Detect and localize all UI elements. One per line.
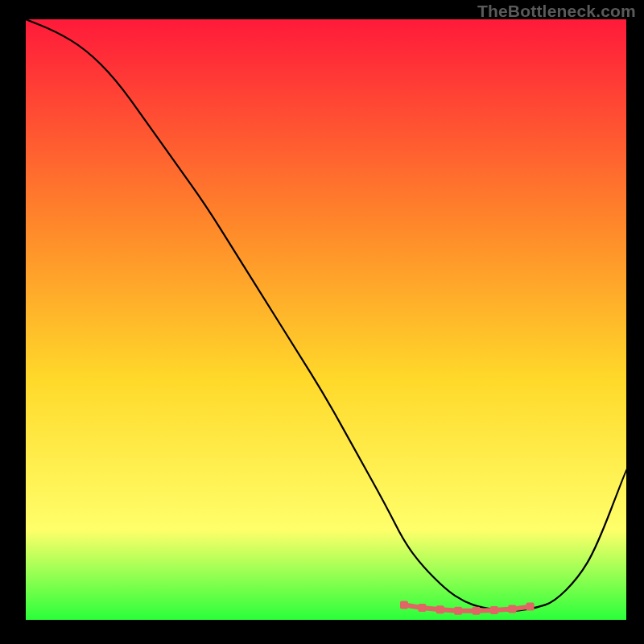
marker-point	[418, 604, 426, 612]
marker-point	[526, 603, 535, 611]
gradient-background	[26, 19, 626, 620]
marker-point	[454, 607, 462, 615]
marker-point	[436, 605, 444, 613]
marker-point	[473, 607, 481, 615]
chart-frame: TheBottleneck.com	[0, 0, 644, 644]
marker-point	[400, 601, 408, 609]
marker-point	[490, 606, 498, 614]
plot-area	[26, 19, 626, 620]
watermark-text: TheBottleneck.com	[477, 2, 636, 21]
marker-point	[508, 605, 516, 613]
chart-svg	[26, 19, 626, 620]
